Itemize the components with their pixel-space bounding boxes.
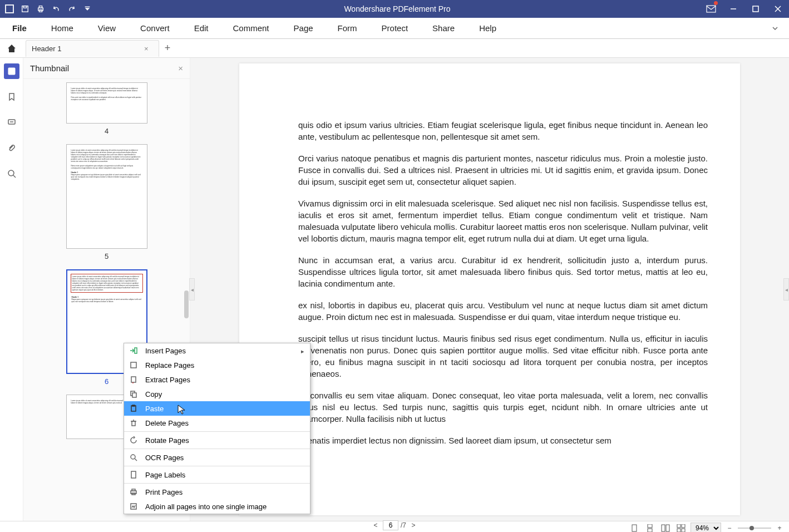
minimize-button[interactable] [722,0,744,18]
paste-icon [127,405,140,412]
separator [124,431,310,432]
thumbnail-item[interactable]: Lorem ipsum dolor sit amet consectetur a… [23,144,190,260]
menu-form[interactable]: Form [326,18,369,38]
search-icon[interactable] [4,166,19,181]
new-tab-button[interactable]: + [159,42,176,54]
page-content: quis odio et ipsum varius ultricies. Eti… [239,63,740,515]
menu-copy[interactable]: Copy [124,387,310,401]
panel-close-icon[interactable]: × [178,63,183,73]
document-tab[interactable]: Header 1 × [26,40,159,57]
menu-print-pages[interactable]: Print Pages [124,485,310,499]
notification-dot-icon [714,1,718,5]
paragraph: enenatis imperdiet lectus non dignissim.… [298,435,708,446]
menu-edit[interactable]: Edit [182,18,221,38]
extract-icon [127,376,140,383]
menu-comment[interactable]: Comment [221,18,282,38]
menu-label: Adjoin all pages into one single image [140,503,304,511]
paragraph: Vivamus dignissim orci in elit malesuada… [298,198,708,244]
menu-paste[interactable]: Paste [124,401,310,416]
menu-help[interactable]: Help [467,18,509,38]
menu-ocr-pages[interactable]: OCR Pages [124,450,310,465]
svg-rect-40 [677,529,680,532]
save-icon[interactable] [18,2,32,16]
menu-adjoin-pages[interactable]: Adjoin all pages into one single image [124,499,310,514]
svg-rect-41 [682,529,685,532]
two-page-icon[interactable] [659,523,672,533]
zoom-in-button[interactable]: + [775,524,785,532]
maximize-button[interactable] [744,0,767,18]
more-icon[interactable] [80,2,95,16]
svg-line-27 [135,459,137,461]
thumbnail-image: Lorem ipsum dolor sit amet consectetur a… [66,144,147,249]
two-page-continuous-icon[interactable] [675,523,687,533]
logo-icon[interactable] [2,2,17,16]
menu-view[interactable]: View [86,18,128,38]
menu-protect[interactable]: Protect [369,18,421,38]
ribbon-collapse-icon[interactable] [761,18,789,38]
svg-rect-39 [682,524,685,528]
attachments-icon[interactable] [4,140,19,156]
expand-right-panel-icon[interactable]: ◂ [783,278,789,301]
mail-icon[interactable] [700,0,722,18]
continuous-page-icon[interactable] [644,523,656,533]
thumbnails-icon[interactable] [4,63,19,79]
close-button[interactable] [767,0,789,18]
print-icon[interactable] [33,2,48,16]
svg-rect-13 [8,68,15,75]
menu-label: OCR Pages [140,454,304,462]
svg-rect-1 [6,6,13,12]
menu-insert-pages[interactable]: Insert Pages [124,343,310,358]
menu-label: Insert Pages [140,347,301,355]
comments-icon[interactable] [4,115,19,130]
page-number-input[interactable] [383,520,398,530]
svg-rect-2 [22,6,28,12]
ocr-icon [127,454,140,461]
document-tabs: Header 1 × + [0,39,789,58]
undo-icon[interactable] [49,2,63,16]
tab-close-icon[interactable]: × [144,45,153,53]
label-icon [127,471,140,479]
svg-rect-10 [753,6,758,12]
panel-header: Thumbnail × [23,58,190,79]
svg-rect-28 [131,471,136,478]
redo-icon[interactable] [65,2,79,16]
window-controls [700,0,789,18]
menu-extract-pages[interactable]: Extract Pages [124,372,310,387]
menu-delete-pages[interactable]: Delete Pages [124,416,310,430]
app-title: Wondershare PDFelement Pro [95,4,700,13]
menu-page[interactable]: Page [282,18,326,38]
svg-rect-18 [135,348,137,353]
menu-convert[interactable]: Convert [128,18,182,38]
home-icon[interactable] [3,40,20,57]
paragraph: se convallis eu sem vitae aliquam. Donec… [298,390,708,425]
svg-rect-20 [131,377,136,382]
menu-rotate-pages[interactable]: Rotate Pages [124,433,310,447]
prev-page-button[interactable]: < [371,521,381,529]
next-page-button[interactable]: > [408,521,418,529]
menu-label: Extract Pages [140,376,304,384]
quick-access-toolbar [0,2,95,16]
zoom-select[interactable]: 94% [691,523,721,533]
thumbnail-item[interactable]: Lorem ipsum dolor sit amet consectetur a… [23,82,190,135]
menu-bar: File Home View Convert Edit Comment Page… [0,18,789,39]
menu-page-labels[interactable]: Page Labels [124,467,310,482]
paragraph: quis odio et ipsum varius ultricies. Eti… [298,119,708,142]
separator [124,483,310,484]
menu-home[interactable]: Home [39,18,86,38]
scrollbar-thumb[interactable] [184,290,189,318]
svg-rect-19 [131,362,136,368]
single-page-icon[interactable] [628,523,640,533]
menu-replace-pages[interactable]: Replace Pages [124,358,310,372]
menu-share[interactable]: Share [420,18,467,38]
svg-rect-7 [85,7,90,7]
menu-file[interactable]: File [0,18,39,38]
print-icon [127,488,140,496]
context-menu: Insert Pages Replace Pages Extract Pages… [124,343,310,514]
zoom-out-button[interactable]: − [724,524,734,532]
collapse-panel-icon[interactable]: ◂ [189,278,195,301]
zoom-slider[interactable] [738,526,771,530]
bookmark-icon[interactable] [4,89,19,105]
adjoin-icon [127,503,140,510]
thumbnail-number: 5 [105,252,109,260]
total-pages: /7 [401,521,406,529]
